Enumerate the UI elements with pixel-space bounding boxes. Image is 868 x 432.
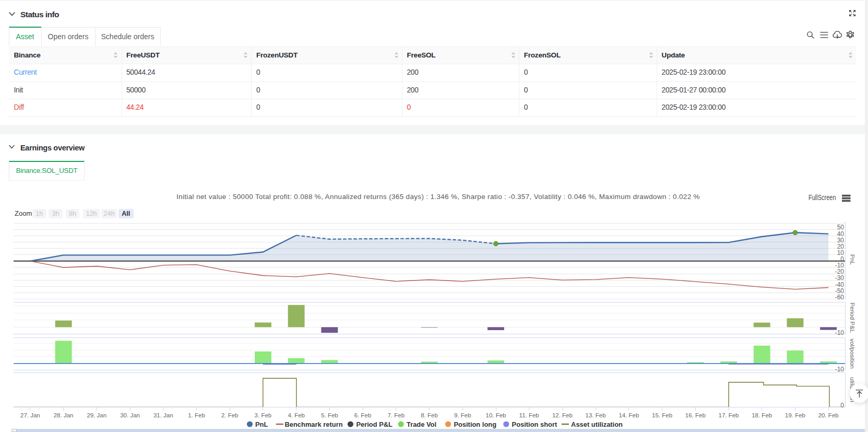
svg-text:10. Feb: 10. Feb — [486, 412, 506, 418]
svg-text:PnL: PnL — [255, 421, 268, 428]
svg-text:12. Feb: 12. Feb — [552, 412, 573, 418]
svg-text:0: 0 — [840, 402, 844, 409]
svg-text:1. Feb: 1. Feb — [188, 412, 205, 418]
svg-text:17. Feb: 17. Feb — [719, 412, 739, 418]
svg-text:16. Feb: 16. Feb — [685, 412, 706, 418]
svg-text:Period P&L: Period P&L — [849, 302, 855, 333]
svg-text:31. Jan: 31. Jan — [153, 412, 173, 418]
svg-text:8. Feb: 8. Feb — [421, 412, 438, 418]
svg-text:28. Jan: 28. Jan — [54, 412, 74, 418]
svg-text:-10: -10 — [835, 366, 845, 373]
svg-text:Period P&L: Period P&L — [356, 421, 393, 428]
svg-text:19. Feb: 19. Feb — [785, 412, 805, 418]
svg-text:5. Feb: 5. Feb — [321, 412, 338, 418]
svg-text:-10: -10 — [835, 329, 845, 336]
svg-text:20. Feb: 20. Feb — [818, 412, 839, 418]
svg-text:4. Feb: 4. Feb — [288, 412, 305, 418]
svg-text:30. Jan: 30. Jan — [120, 412, 140, 418]
svg-text:13. Feb: 13. Feb — [586, 412, 606, 418]
svg-text:18. Feb: 18. Feb — [752, 412, 772, 418]
svg-text:PnL: PnL — [849, 254, 855, 265]
svg-text:Trade Vol: Trade Vol — [407, 421, 436, 428]
svg-text:vol/position: vol/position — [849, 338, 855, 369]
svg-text:15. Feb: 15. Feb — [652, 412, 672, 418]
svg-text:Position long: Position long — [454, 421, 496, 428]
svg-text:6. Feb: 6. Feb — [354, 412, 372, 418]
svg-text:Asset utilization: Asset utilization — [571, 421, 623, 428]
svg-text:7. Feb: 7. Feb — [387, 412, 405, 418]
svg-text:27. Jan: 27. Jan — [20, 412, 40, 418]
svg-text:Benchmark return: Benchmark return — [285, 421, 343, 428]
svg-text:29. Jan: 29. Jan — [87, 412, 106, 418]
svg-text:FullScreen: FullScreen — [808, 194, 836, 202]
svg-text:9. Feb: 9. Feb — [454, 412, 471, 418]
svg-text:2. Feb: 2. Feb — [221, 412, 239, 418]
svg-text:11. Feb: 11. Feb — [519, 412, 539, 418]
svg-text:Position short: Position short — [512, 421, 557, 428]
svg-text:-60: -60 — [835, 294, 845, 301]
svg-text:14. Feb: 14. Feb — [619, 412, 639, 418]
svg-text:3. Feb: 3. Feb — [255, 412, 272, 418]
